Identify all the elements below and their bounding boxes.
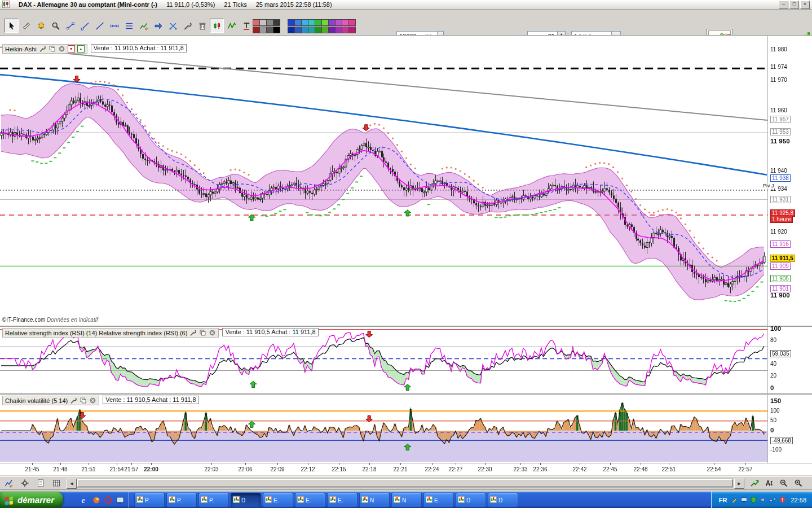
time-label: 21:51 [81,466,95,472]
taskbar-item[interactable]: E. [295,493,325,507]
time-tick [32,463,33,465]
time-label: 21:45 [25,466,39,472]
time-tick [714,463,714,465]
axis-label: 11 950 [770,138,790,144]
app-window-icon [265,496,272,504]
settings-icon[interactable] [189,329,197,336]
sell-buy-quote: Vente : 11 910,5 Achat : 11 911,8 [91,44,187,52]
buy-signal-icon[interactable]: ▲ [77,45,85,52]
time-label: 22:09 [270,466,284,472]
grid-layout-button[interactable] [51,478,62,488]
taskbar-item[interactable]: E. [263,493,293,507]
font-size-button[interactable] [764,478,775,488]
app-window-icon [490,496,497,504]
time-label: 21:57 [124,466,138,472]
firefox-icon[interactable] [92,496,101,505]
time-tick [117,463,117,465]
taskbar-item[interactable]: D [231,493,261,507]
zoom-out-button[interactable] [778,478,789,488]
app-window-icon [426,496,433,504]
time-tick [369,463,370,465]
axis-label: 150 [770,397,781,404]
app-window-icon [169,496,175,504]
settings-icon[interactable] [70,397,77,404]
time-label: 22:57 [738,466,752,472]
axis-label: 0 [770,427,774,433]
taskbar-item[interactable]: E. [423,493,454,507]
close-indicator-icon[interactable] [58,45,65,52]
time-tick [485,463,486,465]
taskbar-item[interactable]: N [391,493,422,507]
scroll-left-button[interactable]: ◀ [67,479,77,489]
taskbar-item-label: E. [434,497,439,503]
zoom-in-button[interactable] [793,478,804,488]
display-icon[interactable] [740,496,748,504]
language-indicator[interactable]: FR [719,497,727,503]
taskbar-item-label: D [498,497,502,503]
internet-explorer-icon[interactable]: e [80,496,89,505]
axis-label: 11 911,5 [770,255,795,262]
duplicate-icon[interactable] [80,397,87,404]
app-window-icon [297,496,304,504]
alert-icon[interactable] [778,496,786,504]
close-indicator-icon[interactable] [89,397,96,404]
taskbar-item[interactable]: P. [166,493,197,507]
time-label: 22:42 [572,466,586,472]
print-page-button[interactable] [35,478,46,488]
axis-label: 80 [770,337,776,343]
time-tick [151,463,152,465]
taskbar-item[interactable]: P. [198,493,229,507]
indicator-label-heikin-ashi[interactable]: Heikin-Ashi [5,46,37,52]
price-axis[interactable]: 11 98011 97411 97011 96011 95711 95311 9… [768,0,812,475]
duplicate-icon[interactable] [199,329,206,336]
taskbar-item[interactable]: E. [327,493,358,507]
axis-label: 11 974 [770,64,787,70]
axis-label: 59,035 [770,350,791,357]
taskbar-item[interactable]: P. [134,493,165,507]
scroll-right-button[interactable]: ▶ [734,479,744,489]
time-tick [339,463,339,465]
taskbar-item-label: N [370,497,374,503]
network-icon[interactable] [769,496,776,504]
taskbar-item[interactable]: D [488,493,518,507]
taskbar-item[interactable]: N [359,493,390,507]
time-label: 22:24 [425,466,439,472]
sell-signal-icon[interactable]: ▼ [68,45,75,52]
indicator-settings-button[interactable] [19,478,30,488]
scrollbar-thumb[interactable] [77,479,732,487]
volume-icon[interactable] [759,496,767,504]
sell-buy-quote: Vente : 11 910,5 Achat : 11 911,8 [222,328,318,336]
time-tick [745,463,746,465]
copyright-brand: ©IT-Finance.com [2,317,45,323]
app-window-icon [361,496,368,504]
time-tick [456,463,456,465]
auto-position-button[interactable] [749,478,760,488]
time-tick [277,463,278,465]
time-label: 21:54 [109,466,123,472]
chart-bottom-toolbar: ◀ ▶ [0,476,812,490]
shield-icon[interactable] [749,496,757,504]
pen-icon[interactable] [730,496,738,504]
show-desktop-icon[interactable] [116,496,125,505]
modify-chart-button[interactable] [3,478,15,488]
zoom-buttons [749,478,804,488]
app-window-icon [394,496,400,504]
indicator-label-chaikin[interactable]: Chaikin volatilité (5 14) [5,397,68,404]
clock[interactable]: 22:58 [791,497,806,503]
font-size-icon [765,479,774,488]
chart-scrollbar[interactable] [77,479,733,488]
opera-icon[interactable] [104,496,113,505]
settings-icon[interactable] [39,45,46,52]
duplicate-icon[interactable] [48,45,56,52]
time-tick [669,463,669,465]
start-button[interactable]: démarrer [0,492,63,508]
time-label: 21:48 [53,466,67,472]
taskbar-item-label: D [241,497,245,503]
indicator-label-rsi[interactable]: Relative strength index (RSI) (14) Relat… [5,330,187,336]
axis-label: 11 900 [770,292,790,299]
close-indicator-icon[interactable] [209,329,216,336]
taskbar-item[interactable]: D [456,493,486,507]
axis-label: 11 916 [770,240,791,248]
taskbar-item-label: E. [273,497,279,503]
axis-label: 11 980 [770,46,787,52]
